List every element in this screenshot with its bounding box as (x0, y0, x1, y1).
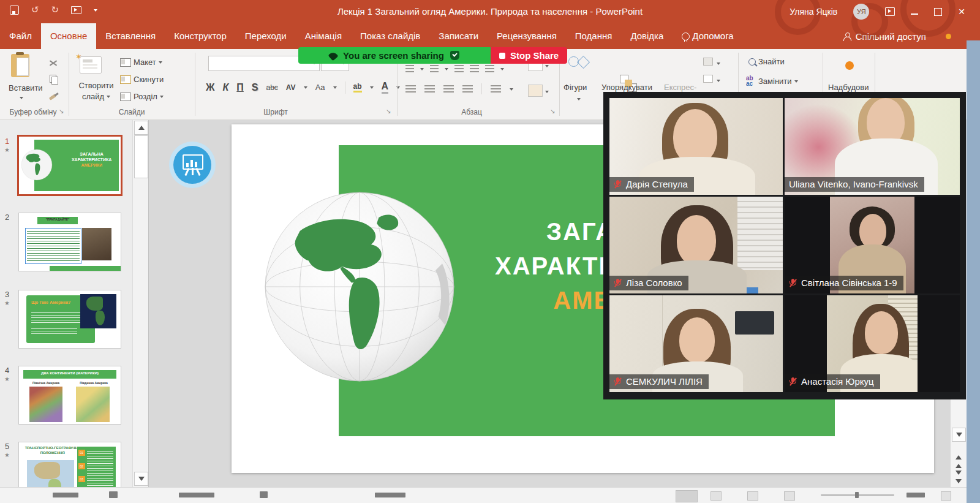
clipboard-dialog-launcher[interactable]: ↘ (59, 108, 64, 115)
numbering-icon[interactable] (430, 65, 439, 73)
layout-button[interactable]: Макет (120, 58, 162, 67)
globe-image[interactable] (263, 191, 456, 383)
slide-sorter-view-button[interactable] (710, 491, 722, 501)
next-slide-button[interactable] (953, 471, 964, 486)
video-tile-svitlana[interactable]: Світлана Сівінська 1-9 (785, 197, 960, 293)
new-slide-button[interactable]: ✶ (80, 56, 102, 74)
slide-thumbnail-1[interactable]: ЗАГАЛЬНА ХАРАКТЕРИСТИКА АМЕРИКИ (17, 135, 123, 196)
line-spacing-icon[interactable] (485, 65, 494, 73)
addins-label[interactable]: Надбудови (828, 83, 869, 92)
addins-icon[interactable] (845, 61, 854, 70)
align-center-icon[interactable] (424, 85, 435, 93)
close-button[interactable]: ✕ (958, 7, 965, 17)
tab-design[interactable]: Конструктор (165, 23, 236, 49)
spacing-caret-icon[interactable] (304, 86, 307, 91)
find-button[interactable]: Знайти (748, 57, 785, 66)
increase-indent-icon[interactable] (470, 65, 479, 73)
video-tile-semkulych[interactable]: СЕМКУЛИЧ ЛІЛІЯ (609, 295, 783, 392)
reset-button[interactable]: Скинути (120, 75, 164, 84)
quick-styles-label[interactable]: Експрес- (664, 83, 696, 92)
slide-thumbnail-3[interactable]: Що таке Америка? (18, 290, 121, 349)
font-dialog-launcher[interactable]: ↘ (386, 108, 391, 115)
main-scrollbar[interactable] (951, 399, 967, 487)
change-case-button[interactable]: Aa (315, 83, 325, 92)
previous-slide-button[interactable] (953, 452, 964, 468)
italic-button[interactable]: К (222, 82, 228, 93)
tab-transitions[interactable]: Переходи (236, 23, 296, 49)
restore-button[interactable] (934, 8, 942, 16)
stop-share-button[interactable]: Stop Share (491, 47, 567, 64)
minimize-button[interactable] (911, 13, 918, 15)
smartart-caret-icon[interactable] (545, 91, 549, 95)
tab-animations[interactable]: Анімація (296, 23, 351, 49)
scroll-down-button[interactable] (134, 472, 148, 486)
bold-button[interactable]: Ж (206, 82, 214, 93)
tab-view[interactable]: Подання (566, 23, 622, 49)
accessibility-icon[interactable] (260, 491, 268, 498)
account-name[interactable]: Уляна Яцків (790, 7, 837, 17)
format-painter-icon[interactable] (49, 93, 58, 102)
slide-thumbnail-4[interactable]: ДВА КОНТИНЕНТИ (МАТЕРИКИ) Північна Амери… (18, 366, 121, 425)
paragraph-dialog-launcher[interactable]: ↘ (550, 108, 555, 115)
smartart-button[interactable] (528, 85, 543, 97)
slideshow-button[interactable] (784, 491, 795, 501)
shapes-caret-icon[interactable] (577, 98, 581, 102)
video-tile-anastasiia[interactable]: Анастасія Юркуц (785, 295, 960, 392)
ribbon-display-options-icon[interactable] (885, 7, 895, 16)
highlight-button[interactable]: ab (353, 82, 362, 93)
character-spacing-button[interactable]: AV (286, 83, 296, 92)
section-button[interactable]: Розділ (120, 92, 164, 101)
copy-icon[interactable] (50, 75, 58, 83)
text-shadow-button[interactable]: S (252, 82, 258, 93)
bullets-icon[interactable] (405, 65, 414, 73)
columns-icon[interactable] (491, 85, 501, 93)
scroll-up-button[interactable] (134, 121, 148, 135)
tab-help[interactable]: Довідка (621, 23, 673, 49)
paste-button[interactable] (11, 54, 29, 77)
tab-record[interactable]: Записати (429, 23, 488, 49)
zoom-video-overlay[interactable]: Дарія Степула Uliana Vitenko, Ivano-Fran… (603, 92, 966, 399)
strikethrough-button[interactable]: abc (266, 83, 277, 92)
cut-icon[interactable] (49, 59, 58, 67)
align-right-icon[interactable] (443, 85, 454, 93)
tab-file[interactable]: Файл (0, 23, 41, 49)
video-tile-uliana[interactable]: Uliana Vitenko, Ivano-Frankivsk (785, 98, 960, 195)
fit-slide-button[interactable] (941, 491, 951, 501)
shapes-icon[interactable] (568, 56, 589, 75)
normal-view-button[interactable] (676, 490, 698, 502)
notes-icon[interactable] (109, 491, 118, 498)
underline-button[interactable]: П (236, 82, 244, 93)
shape-outline-icon[interactable] (703, 75, 713, 83)
shape-fill-caret-icon[interactable] (717, 62, 720, 67)
video-tile-liza[interactable]: Ліза Соловко (609, 197, 783, 293)
shape-fill-icon[interactable] (703, 58, 713, 66)
scroll-down-button[interactable] (952, 428, 966, 442)
arrange-label[interactable]: Упорядкувати (601, 83, 652, 92)
highlight-caret-icon[interactable] (370, 86, 374, 91)
shapes-label[interactable]: Фігури (564, 83, 587, 92)
new-slide-label2[interactable]: слайд (75, 92, 118, 101)
shape-outline-caret-icon[interactable] (717, 80, 720, 84)
video-tile-dariia[interactable]: Дарія Степула (609, 98, 783, 195)
case-caret-icon[interactable] (333, 86, 337, 91)
reading-view-button[interactable] (747, 491, 758, 501)
font-color-button[interactable]: A (382, 81, 389, 94)
slide-thumbnail-2[interactable]: "ПРИГАДАЙТЕ" (18, 213, 121, 271)
justify-icon[interactable] (462, 85, 473, 93)
account-avatar[interactable]: УЯ (853, 4, 869, 20)
thumbnails-scrollbar[interactable] (132, 119, 148, 487)
new-slide-label[interactable]: Створити (75, 81, 118, 90)
replace-button[interactable]: abac Замінити (746, 75, 798, 86)
decrease-indent-icon[interactable] (454, 65, 464, 73)
zoom-slider-knob[interactable] (855, 492, 859, 498)
paste-caret-icon[interactable] (20, 97, 23, 101)
align-left-icon[interactable] (405, 85, 416, 93)
tab-home[interactable]: Основне (41, 23, 96, 49)
scrollbar-thumb[interactable] (134, 135, 148, 178)
tab-review[interactable]: Рецензування (488, 23, 566, 49)
tab-slideshow[interactable]: Показ слайдів (351, 23, 429, 49)
presentation-widget[interactable] (169, 142, 216, 188)
text-direction-caret-icon[interactable] (545, 65, 549, 69)
paste-label[interactable]: Вставити (9, 83, 43, 93)
slide-thumbnail-5[interactable]: ТРАНСПОРТНО-ГЕОГРАФІЧНЕ ПОЛОЖЕННЯ 01 02 … (18, 442, 121, 487)
